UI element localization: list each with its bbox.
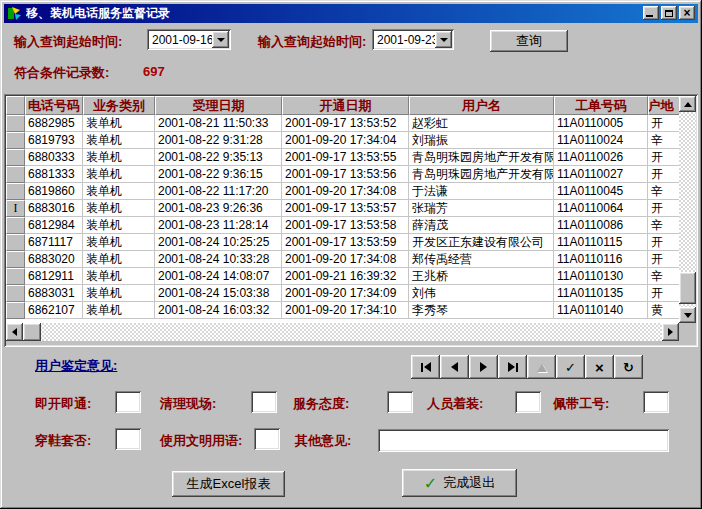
horizontal-scroll-thumb[interactable] bbox=[23, 323, 41, 341]
cell-accept-date: 2001-08-24 16:03:32 bbox=[155, 302, 282, 319]
cell-phone: 6812911 bbox=[25, 268, 83, 285]
opinion-section-label[interactable]: 用户鉴定意见: bbox=[35, 357, 117, 375]
service-attitude-input[interactable] bbox=[387, 391, 413, 413]
table-row[interactable]: 6871117 装单机 2001-08-24 10:25:25 2001-09-… bbox=[6, 234, 679, 251]
vertical-scroll-thumb[interactable] bbox=[679, 272, 696, 304]
cell-biz-type: 装单机 bbox=[83, 268, 155, 285]
nav-first-button[interactable] bbox=[411, 355, 440, 379]
table-row[interactable]: I 6883016 装单机 2001-08-23 9:26:36 2001-09… bbox=[6, 200, 679, 217]
col-header-phone[interactable]: 电话号码 bbox=[25, 96, 83, 115]
scroll-up-icon[interactable] bbox=[679, 96, 696, 112]
cell-address: 辛 bbox=[648, 268, 679, 285]
cell-accept-date: 2001-08-22 9:31:28 bbox=[155, 132, 282, 149]
cell-open-date: 2001-09-17 13:53:52 bbox=[282, 115, 409, 132]
row-selector[interactable]: I bbox=[6, 200, 25, 217]
cell-open-date: 2001-09-17 13:53:56 bbox=[282, 166, 409, 183]
table-row[interactable]: 6819860 装单机 2001-08-22 11:17:20 2001-09-… bbox=[6, 183, 679, 200]
cell-biz-type: 装单机 bbox=[83, 285, 155, 302]
nav-post-button[interactable]: ✓ bbox=[556, 355, 585, 379]
horizontal-scrollbar[interactable] bbox=[6, 323, 679, 341]
row-selector[interactable] bbox=[6, 115, 25, 132]
shoe-cover-input[interactable] bbox=[115, 428, 141, 450]
finish-exit-button[interactable]: ✓ 完成退出 bbox=[402, 469, 517, 497]
col-header-order-no[interactable]: 工单号码 bbox=[554, 96, 648, 115]
cell-open-date: 2001-09-20 17:34:04 bbox=[282, 132, 409, 149]
field-uniform-label: 人员着装: bbox=[427, 395, 483, 413]
minimize-button[interactable] bbox=[643, 6, 659, 20]
title-bar[interactable]: 移、装机电话服务监督记录 × bbox=[4, 4, 698, 23]
polite-language-input[interactable] bbox=[254, 428, 280, 450]
row-selector[interactable] bbox=[6, 183, 25, 200]
cell-address: 开 bbox=[648, 149, 679, 166]
nav-cancel-button[interactable]: × bbox=[585, 355, 614, 379]
row-selector[interactable] bbox=[6, 217, 25, 234]
scroll-down-icon[interactable] bbox=[679, 307, 696, 323]
chevron-down-icon[interactable] bbox=[212, 31, 229, 48]
table-row[interactable]: 6883020 装单机 2001-08-24 10:33:28 2001-09-… bbox=[6, 251, 679, 268]
nav-last-button[interactable] bbox=[498, 355, 527, 379]
row-selector[interactable] bbox=[6, 234, 25, 251]
cell-order-no: 11A0110026 bbox=[554, 149, 648, 166]
vertical-scrollbar[interactable] bbox=[679, 96, 696, 323]
scroll-left-icon[interactable] bbox=[6, 323, 23, 341]
uniform-input[interactable] bbox=[515, 391, 541, 413]
col-header-accept-date[interactable]: 受理日期 bbox=[155, 96, 282, 115]
row-selector[interactable] bbox=[6, 132, 25, 149]
cell-address: 开 bbox=[648, 115, 679, 132]
col-header-open-date[interactable]: 开通日期 bbox=[282, 96, 409, 115]
cell-address: 开 bbox=[648, 200, 679, 217]
cell-phone: 6881333 bbox=[25, 166, 83, 183]
end-date-combobox[interactable]: 2001-09-23 bbox=[372, 29, 454, 50]
cell-open-date: 2001-09-17 13:53:55 bbox=[282, 149, 409, 166]
search-button[interactable]: 查询 bbox=[490, 30, 568, 52]
cell-user-name: 赵彩虹 bbox=[409, 115, 554, 132]
close-button[interactable]: × bbox=[679, 6, 695, 20]
app-window: 移、装机电话服务监督记录 × 输入查询起始时间: 2001-09-16 输入查询… bbox=[0, 0, 702, 509]
cell-phone: 6880333 bbox=[25, 149, 83, 166]
chevron-down-icon[interactable] bbox=[435, 31, 452, 48]
nav-next-button[interactable] bbox=[469, 355, 498, 379]
col-header-user-name[interactable]: 用户名 bbox=[409, 96, 554, 115]
edit-icon bbox=[537, 359, 547, 372]
table-row[interactable]: 6812984 装单机 2001-08-23 11:28:14 2001-09-… bbox=[6, 217, 679, 234]
row-selector[interactable] bbox=[6, 285, 25, 302]
col-header-address[interactable]: 户地 bbox=[648, 96, 679, 115]
cell-user-name: 张瑞芳 bbox=[409, 200, 554, 217]
row-selector[interactable] bbox=[6, 166, 25, 183]
instant-open-input[interactable] bbox=[115, 391, 141, 413]
row-selector[interactable] bbox=[6, 251, 25, 268]
badge-input[interactable] bbox=[643, 391, 669, 413]
nav-edit-button[interactable] bbox=[527, 355, 556, 379]
excel-report-button[interactable]: 生成Excel报表 bbox=[172, 471, 285, 497]
nav-refresh-button[interactable]: ↻ bbox=[614, 355, 643, 379]
row-selector[interactable] bbox=[6, 268, 25, 285]
table-row[interactable]: 6819793 装单机 2001-08-22 9:31:28 2001-09-2… bbox=[6, 132, 679, 149]
start-date-combobox[interactable]: 2001-09-16 bbox=[147, 29, 231, 50]
table-row[interactable]: 6883031 装单机 2001-08-24 15:03:38 2001-09-… bbox=[6, 285, 679, 302]
table-row[interactable]: 6812911 装单机 2001-08-24 14:08:07 2001-09-… bbox=[6, 268, 679, 285]
clean-site-input[interactable] bbox=[251, 391, 277, 413]
table-row[interactable]: 6880333 装单机 2001-08-22 9:35:13 2001-09-1… bbox=[6, 149, 679, 166]
cell-biz-type: 装单机 bbox=[83, 115, 155, 132]
field-shoe-cover-label: 穿鞋套否: bbox=[35, 432, 91, 450]
field-clean-site-label: 清理现场: bbox=[160, 395, 216, 413]
db-navigator: ✓ × ↻ bbox=[411, 355, 643, 379]
cell-accept-date: 2001-08-21 11:50:33 bbox=[155, 115, 282, 132]
cell-order-no: 11A0110064 bbox=[554, 200, 648, 217]
row-selector[interactable] bbox=[6, 149, 25, 166]
table-row[interactable]: 6881333 装单机 2001-08-22 9:36:15 2001-09-1… bbox=[6, 166, 679, 183]
cell-accept-date: 2001-08-22 9:36:15 bbox=[155, 166, 282, 183]
nav-prior-button[interactable] bbox=[440, 355, 469, 379]
col-header-biz-type[interactable]: 业务类别 bbox=[83, 96, 155, 115]
record-count-value: 697 bbox=[143, 64, 165, 79]
table-row[interactable]: 6862107 装单机 2001-08-24 16:03:32 2001-09-… bbox=[6, 302, 679, 319]
row-selector[interactable] bbox=[6, 302, 25, 319]
record-count-label: 符合条件记录数: bbox=[14, 64, 109, 82]
cell-order-no: 11A0110005 bbox=[554, 115, 648, 132]
cell-open-date: 2001-09-21 16:39:32 bbox=[282, 268, 409, 285]
other-opinion-input[interactable] bbox=[378, 429, 669, 452]
table-row[interactable]: 6882985 装单机 2001-08-21 11:50:33 2001-09-… bbox=[6, 115, 679, 132]
maximize-button[interactable] bbox=[661, 6, 677, 20]
cell-address: 开 bbox=[648, 234, 679, 251]
scroll-right-icon[interactable] bbox=[662, 323, 679, 341]
